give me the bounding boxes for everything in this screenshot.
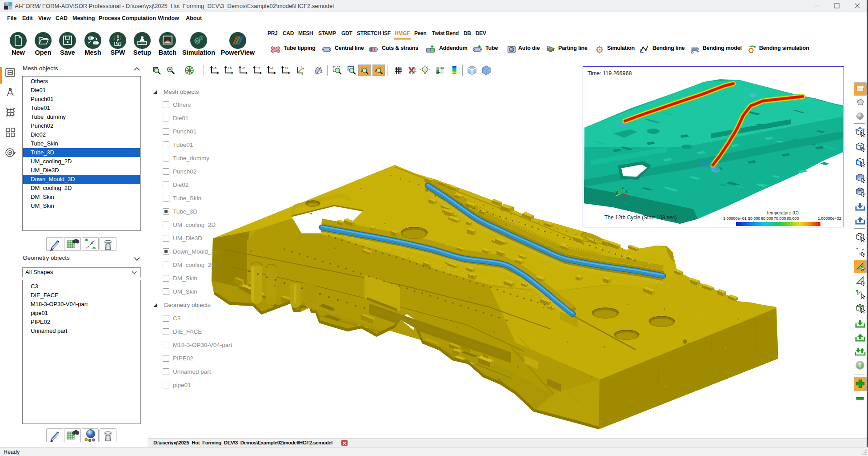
svg-text:+X: +X [228, 66, 232, 70]
svg-text:3.00000e+01: 3.00000e+01 [723, 216, 747, 221]
svg-text:Z: Z [622, 186, 624, 190]
svg-text:1.00000e+02: 1.00000e+02 [818, 216, 841, 221]
svg-text:X: X [625, 190, 628, 194]
svg-text:Y: Y [616, 190, 618, 194]
svg-text:The 12th Cycle (Start 108 sec): The 12th Cycle (Start 108 sec) [604, 214, 677, 221]
svg-text:-Y: -Y [242, 66, 245, 70]
svg-text:80.000: 80.000 [787, 216, 799, 221]
svg-text:1.0: 1.0 [457, 67, 460, 69]
svg-text:Time: 119.266968: Time: 119.266968 [588, 70, 632, 77]
svg-text:60.000: 60.000 [761, 216, 773, 221]
svg-text:i: i [859, 362, 861, 369]
svg-text:-X: -X [213, 66, 217, 70]
svg-text:+Z: +Z [284, 66, 288, 70]
svg-text:T: T [301, 65, 303, 69]
svg-text:+Y: +Y [256, 66, 260, 70]
svg-text:d: d [91, 241, 93, 245]
svg-text:0.0: 0.0 [457, 72, 460, 74]
svg-text:-Z: -Z [270, 66, 273, 70]
svg-text:Temperature (C): Temperature (C) [766, 210, 799, 215]
svg-text:50.000: 50.000 [748, 216, 760, 221]
svg-text:70.000: 70.000 [774, 216, 786, 221]
svg-text:X: X [301, 73, 304, 76]
